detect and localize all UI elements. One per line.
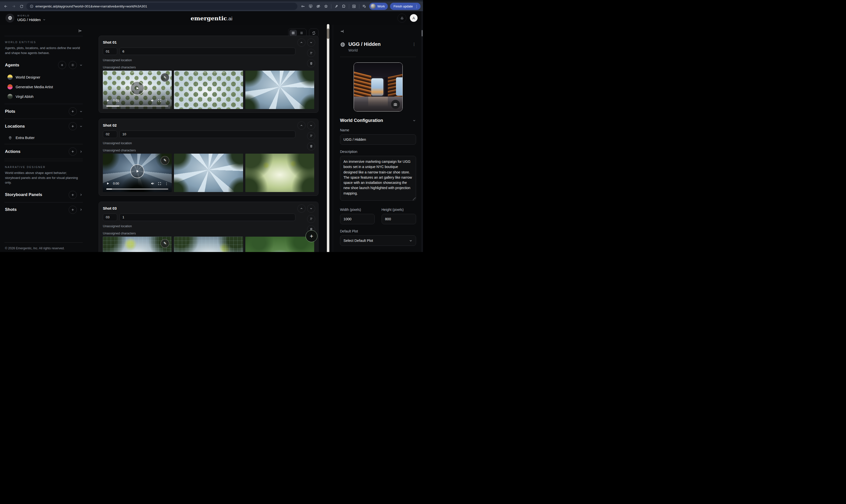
chevron-down-icon[interactable] — [79, 125, 83, 128]
chevron-right-icon[interactable] — [79, 208, 83, 211]
shot-video-thumbnail[interactable]: ✎ — [103, 237, 172, 252]
volume-icon[interactable] — [151, 98, 155, 102]
forward-icon[interactable] — [11, 3, 17, 10]
extensions-puzzle-icon[interactable] — [341, 4, 347, 9]
video-progress-bar[interactable] — [106, 188, 168, 190]
user-avatar[interactable]: A — [410, 14, 417, 22]
eye-off-icon[interactable] — [316, 4, 321, 9]
shot-number-input[interactable] — [103, 130, 117, 138]
install-icon[interactable] — [308, 4, 313, 9]
sidebar-item-agent[interactable]: World Designer — [4, 72, 83, 82]
play-button[interactable] — [130, 164, 144, 178]
add-plot-button[interactable] — [69, 107, 77, 115]
play-icon[interactable] — [106, 99, 110, 102]
sidebar-item-agent[interactable]: Virgil Abloh — [4, 92, 83, 101]
shot-duration-input[interactable] — [120, 48, 295, 55]
default-plot-select[interactable]: Select Default Plot — [340, 235, 416, 246]
sidebar-section-shots[interactable]: Shots — [4, 202, 83, 217]
shot-video-thumbnail[interactable]: ZONE 01 – NATURE AS SYSTEM – FRAME 01 ✎ … — [103, 71, 172, 109]
shot-frame-thumbnail[interactable] — [245, 154, 314, 192]
sidebar-section-locations[interactable]: Locations — [4, 119, 83, 133]
delete-shot-button[interactable] — [307, 142, 315, 150]
sidebar-section-plots[interactable]: Plots — [4, 104, 83, 119]
shot-duration-input[interactable] — [120, 214, 295, 221]
notifications-button[interactable] — [397, 14, 407, 22]
shots-scroll-area[interactable]: Shot 01 Unassigned location Unassigned c… — [98, 36, 319, 252]
shot-frame-thumbnail[interactable]: ZONE 01 – NATURE AS SYSTEM – FRAME 01 — [174, 71, 243, 109]
shot-number-input[interactable] — [103, 214, 117, 221]
chevron-down-icon[interactable] — [79, 64, 83, 67]
media-queue-icon[interactable] — [362, 4, 367, 9]
move-shot-up-button[interactable] — [298, 38, 306, 47]
sidebar-section-storyboard-panels[interactable]: Storyboard Panels — [4, 187, 83, 202]
panel-menu-icon[interactable]: ⋮ — [412, 41, 416, 47]
width-input[interactable] — [340, 214, 375, 224]
profile-chip[interactable]: Work — [369, 3, 388, 10]
shot-video-thumbnail[interactable]: ✎ 0:00 ⋮ — [103, 154, 172, 192]
move-shot-down-button[interactable] — [307, 204, 315, 213]
window-scrollbar[interactable] — [421, 11, 423, 252]
name-input[interactable] — [340, 134, 416, 145]
agents-settings-button[interactable] — [69, 61, 77, 69]
collapse-panel-icon[interactable] — [340, 29, 416, 33]
fullscreen-icon[interactable] — [158, 99, 161, 102]
main-scrollbar[interactable] — [327, 24, 329, 252]
add-location-button[interactable] — [69, 122, 77, 130]
site-settings-icon[interactable] — [30, 4, 34, 8]
side-search-icon[interactable] — [352, 4, 357, 9]
browser-menu-icon[interactable]: ⋮ — [415, 4, 418, 9]
video-menu-icon[interactable]: ⋮ — [165, 98, 168, 103]
address-bar[interactable]: emergentic.ai/playground?world=301&view=… — [26, 3, 298, 10]
assign-characters-button[interactable] — [307, 132, 315, 140]
move-shot-down-button[interactable] — [307, 38, 315, 47]
window-scrollbar-thumb[interactable] — [421, 30, 423, 36]
add-agent-button[interactable] — [58, 61, 66, 69]
edit-frame-button[interactable]: ✎ — [161, 73, 169, 82]
video-progress-bar[interactable] — [106, 106, 168, 107]
volume-muted-icon[interactable] — [151, 182, 155, 185]
video-menu-icon[interactable]: ⋮ — [165, 182, 168, 185]
chevron-down-icon[interactable] — [79, 110, 83, 113]
move-shot-up-button[interactable] — [298, 204, 306, 213]
height-input[interactable] — [382, 214, 416, 224]
shot-frame-thumbnail[interactable] — [174, 237, 243, 252]
play-button[interactable] — [130, 81, 144, 95]
add-shot-fab[interactable]: + — [306, 230, 318, 242]
assign-characters-button[interactable] — [307, 49, 315, 57]
edit-frame-button[interactable]: ✎ — [161, 239, 169, 248]
assign-characters-button[interactable] — [307, 215, 315, 223]
password-key-icon[interactable] — [300, 4, 306, 9]
shot-frame-thumbnail[interactable] — [245, 71, 314, 109]
url-text[interactable]: emergentic.ai/playground?world=301&view=… — [35, 4, 147, 8]
extension-brush-icon[interactable] — [334, 4, 339, 9]
sidebar-section-actions[interactable]: Actions — [4, 144, 83, 159]
reload-icon[interactable] — [18, 3, 25, 10]
sidebar-item-agent[interactable]: Generative Media Artist — [4, 82, 83, 92]
shot-number-input[interactable] — [103, 48, 117, 55]
world-switcher[interactable]: WORLD UGG / Hidden — [5, 14, 46, 22]
shot-duration-input[interactable] — [120, 130, 295, 138]
chevron-right-icon[interactable] — [79, 193, 83, 197]
list-view-button[interactable] — [298, 30, 305, 36]
delete-shot-button[interactable] — [307, 59, 315, 67]
move-shot-down-button[interactable] — [307, 122, 315, 130]
add-action-button[interactable] — [69, 147, 77, 156]
sidebar-item-location[interactable]: Extra Butter — [4, 133, 83, 142]
move-shot-up-button[interactable] — [298, 122, 306, 130]
collapse-sidebar-icon[interactable] — [78, 29, 82, 33]
fullscreen-icon[interactable] — [158, 182, 161, 185]
finish-update-button[interactable]: Finish update ⋮ — [390, 3, 420, 10]
sidebar-section-agents[interactable]: Agents — [4, 58, 83, 72]
back-icon[interactable] — [2, 3, 9, 10]
shot-frame-thumbnail[interactable] — [174, 154, 243, 192]
main-scrollbar-thumb[interactable] — [327, 29, 329, 39]
bookmark-star-icon[interactable] — [323, 4, 329, 9]
add-storyboard-panel-button[interactable] — [69, 191, 77, 199]
edit-frame-button[interactable]: ✎ — [161, 156, 169, 165]
shot-frame-thumbnail[interactable] — [245, 237, 314, 252]
change-image-button[interactable] — [391, 100, 400, 109]
chevron-down-icon[interactable] — [412, 119, 416, 122]
description-textarea[interactable]: An immersive marketing campaign for UGG … — [340, 156, 416, 201]
grid-view-button[interactable] — [289, 30, 297, 36]
play-icon[interactable] — [106, 182, 110, 185]
